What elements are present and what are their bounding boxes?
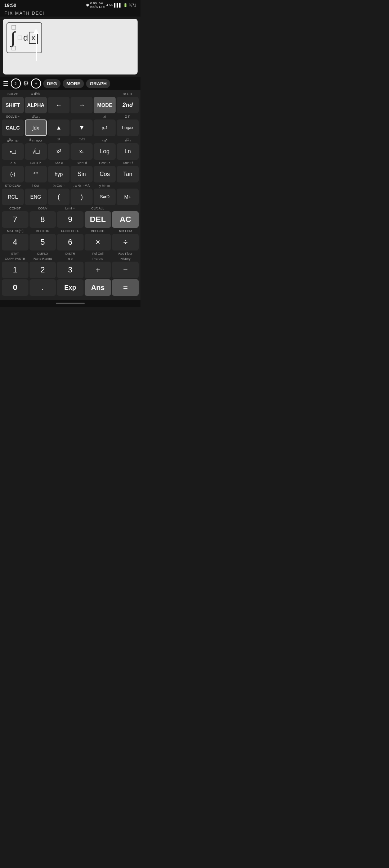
close-paren-key[interactable]: ) <box>71 189 93 205</box>
bluetooth-icon: ✱ <box>86 3 89 7</box>
toolbar: ☰ Σ ⚙ ± DEG MORE GRAPH <box>0 77 140 90</box>
battery-icon: 🔋 <box>123 3 128 7</box>
display-area: ∫ d x <box>3 19 138 74</box>
log-key[interactable]: Log <box>94 143 116 160</box>
key-8[interactable]: 8 <box>30 211 56 228</box>
up-key[interactable]: ▲ <box>48 119 70 136</box>
row9: 0 . Exp Ans = <box>1 279 139 296</box>
key-9[interactable]: 9 <box>57 211 84 228</box>
graph-button[interactable]: GRAPH <box>86 79 110 88</box>
divide-key[interactable]: ÷ <box>112 234 139 250</box>
down-key[interactable]: ▼ <box>71 119 93 136</box>
integral-key[interactable]: ∫dx <box>25 119 47 136</box>
sqrt-key[interactable]: √□ <box>25 143 47 160</box>
sigma-button[interactable]: Σ <box>11 78 21 89</box>
status-time: 19:50 <box>4 3 16 8</box>
network-type: VoLTE <box>99 1 105 9</box>
home-bar <box>56 303 85 304</box>
dms-key[interactable]: °'" <box>25 166 47 182</box>
2nd-key[interactable]: 2nd <box>117 97 139 113</box>
key-3[interactable]: 3 <box>57 262 84 278</box>
mplus-key[interactable]: M+ <box>117 189 139 205</box>
fraction-key[interactable]: ▪□ <box>2 143 24 160</box>
integral-expression: ∫ d x <box>6 22 42 53</box>
keypad: SOLVE = d/dx x! Σ Π SHIFT ALPHA ← → MODE… <box>0 90 140 300</box>
minus-key[interactable]: − <box>112 262 139 278</box>
key-4[interactable]: 4 <box>2 234 28 250</box>
key-0[interactable]: 0 <box>2 279 28 296</box>
key-2[interactable]: 2 <box>30 262 56 278</box>
x-inverse-key[interactable]: x-1 <box>94 119 116 136</box>
eng-key[interactable]: ENG <box>25 189 47 205</box>
mode-bar: FIX MATH DECI <box>0 10 140 17</box>
neg-key[interactable]: (-) <box>2 166 24 182</box>
alpha-key[interactable]: ALPHA <box>25 97 47 113</box>
home-indicator <box>0 300 140 307</box>
exp-key[interactable]: Exp <box>57 279 84 296</box>
sd-key[interactable]: S⇌D <box>94 189 116 205</box>
row7-bottom-labels: STAT CMPLX DISTR Pol Ceil Rec Floor <box>1 252 139 257</box>
data-speed: 0.00KB/S <box>90 1 98 9</box>
shift-key[interactable]: SHIFT <box>2 97 24 113</box>
rcl-key[interactable]: RCL <box>2 189 24 205</box>
mode-key[interactable]: MODE <box>94 97 116 113</box>
row3-shift-labels: ab/c ÷R a√□ mod x³ □√□ 10x e□ t <box>1 137 139 143</box>
del-key[interactable]: DEL <box>85 211 111 228</box>
left-arrow-key[interactable]: ← <box>48 97 70 113</box>
row6-shift-labels: CONST CONV Limit ∞ CLR ALL <box>1 206 139 211</box>
status-bar: 19:50 ✱ 0.00KB/S VoLTE 4.56 ▌▌▌ 🔋 %71 <box>0 0 140 10</box>
key-7[interactable]: 7 <box>2 211 28 228</box>
hyp-key[interactable]: hyp <box>48 166 70 182</box>
open-paren-key[interactable]: ( <box>48 189 70 205</box>
deg-button[interactable]: DEG <box>43 79 61 88</box>
equals-key[interactable]: = <box>112 279 139 296</box>
d-label: d <box>23 33 28 43</box>
key-1[interactable]: 1 <box>2 262 28 278</box>
signal-strength: 4.56 <box>106 3 113 7</box>
signal-bars: ▌▌▌ <box>114 3 122 7</box>
battery-percent: %71 <box>129 3 136 7</box>
row4: (-) °'" hyp Sin Cos Tan <box>1 166 139 182</box>
cos-key[interactable]: Cos <box>94 166 116 182</box>
ac-key[interactable]: AC <box>112 211 139 228</box>
plus-minus-button[interactable]: ± <box>31 78 41 89</box>
sin-key[interactable]: Sin <box>71 166 93 182</box>
gear-button[interactable]: ⚙ <box>23 80 29 87</box>
multiply-key[interactable]: × <box>85 234 111 250</box>
x-power-key[interactable]: x□ <box>71 143 93 160</box>
loga-key[interactable]: Logax <box>117 119 139 136</box>
decimal-key[interactable]: . <box>30 279 56 296</box>
row2-shift-labels: SOLVE = d/dx ; x! Σ Π <box>1 114 139 119</box>
key-5[interactable]: 5 <box>30 234 56 250</box>
row7-shift-labels: MATRIX[:::] VECTOR FUNC HELP nPr GCD nCr… <box>1 229 139 234</box>
status-icons: ✱ 0.00KB/S VoLTE 4.56 ▌▌▌ 🔋 %71 <box>86 1 136 9</box>
ln-key[interactable]: Ln <box>117 143 139 160</box>
row6: 7 8 9 DEL AC <box>1 211 139 228</box>
more-button[interactable]: MORE <box>63 79 84 88</box>
row5: RCL ENG ( ) S⇌D M+ <box>1 189 139 205</box>
x2-key[interactable]: x² <box>48 143 70 160</box>
calc-key[interactable]: CALC <box>2 119 24 136</box>
ans-key[interactable]: Ans <box>85 279 111 296</box>
row1-shift-labels: SOLVE = d/dx x! Σ Π <box>1 92 139 97</box>
row2: CALC ∫dx ▲ ▼ x-1 Logax <box>1 119 139 136</box>
row7: 4 5 6 × ÷ <box>1 234 139 250</box>
menu-button[interactable]: ☰ <box>3 80 9 87</box>
row4-shift-labels: ∠ a FACT b Abs c Sin⁻¹ d Cos⁻¹ e Tan⁻¹ f <box>1 161 139 166</box>
row1: SHIFT ALPHA ← → MODE 2nd <box>1 97 139 113</box>
row3: ▪□ √□ x² x□ Log Ln <box>1 143 139 160</box>
row5-shift-labels: STO CLRv i Cot % Cot⁻¹ , x ᵃ/ᵦ→ᵃᵇ/c y M−… <box>1 184 139 189</box>
plus-key[interactable]: + <box>85 262 111 278</box>
row8: 1 2 3 + − <box>1 262 139 278</box>
row8-shift-labels: COPY PASTE Ran# RanInt π e PreAns Histor… <box>1 257 139 262</box>
sigma-icon: Σ <box>14 81 18 86</box>
right-arrow-key[interactable]: → <box>71 97 93 113</box>
key-6[interactable]: 6 <box>57 234 84 250</box>
tan-key[interactable]: Tan <box>117 166 139 182</box>
integral-symbol: ∫ <box>11 30 15 46</box>
